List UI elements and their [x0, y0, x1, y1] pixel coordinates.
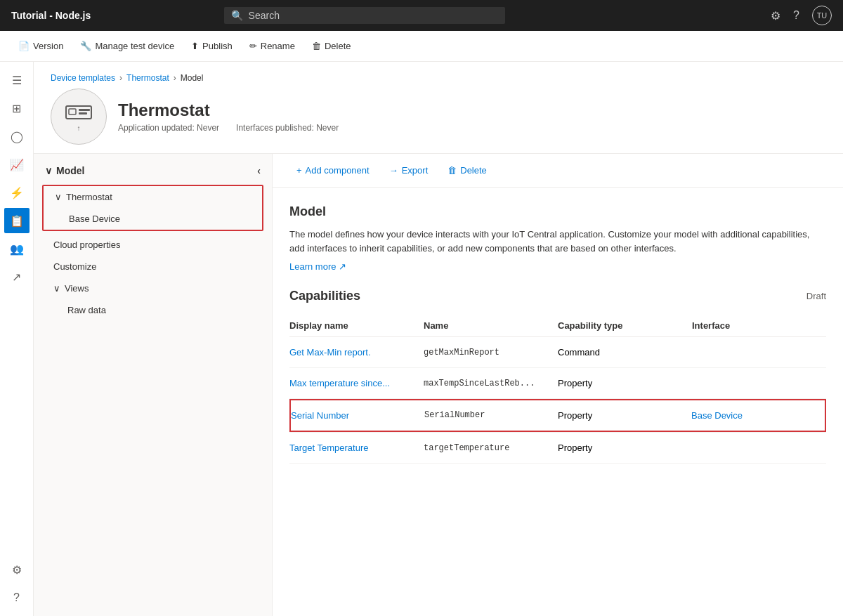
- svg-rect-2: [79, 109, 90, 111]
- thermostat-group: ∨ Thermostat Base Device: [42, 185, 263, 231]
- external-link-icon: ↗: [339, 261, 346, 272]
- raw-data-tree-item[interactable]: Raw data: [34, 299, 272, 321]
- capability-interface: [692, 433, 826, 464]
- table-row: Get Max-Min report.getMaxMinReportComman…: [289, 337, 826, 368]
- tree-model-header[interactable]: ∨ Model ‹: [34, 159, 272, 182]
- search-icon: 🔍: [231, 10, 243, 21]
- rename-icon: ✏: [249, 41, 257, 51]
- customize-tree-item[interactable]: Customize: [34, 256, 272, 277]
- chevron-down-icon-3: ∨: [53, 283, 60, 294]
- content-body: Model The model defines how your device …: [273, 188, 843, 480]
- collapse-icon[interactable]: ‹: [257, 165, 261, 176]
- learn-more-link[interactable]: Learn more ↗: [289, 261, 346, 272]
- commandbar: 📄 Version 🔧 Manage test device ⬆ Publish…: [0, 31, 843, 62]
- tree-sidebar: ∨ Model ‹ ∨ Thermostat Base Device: [34, 154, 273, 616]
- nav-devices[interactable]: ◯: [4, 124, 30, 149]
- app-title: Tutorial - Node.js: [11, 10, 91, 21]
- content-toolbar: + Add component → Export 🗑 Delete: [273, 154, 843, 188]
- nav-dashboard[interactable]: ⊞: [4, 96, 30, 121]
- model-section: Model The model defines how your device …: [289, 204, 826, 272]
- content-delete-icon: 🗑: [447, 165, 457, 176]
- nav-help[interactable]: ?: [4, 585, 30, 610]
- main-content: + Add component → Export 🗑 Delete: [273, 154, 843, 616]
- page-header: Device templates › Thermostat › Model ↑: [34, 62, 843, 154]
- capability-type: Property: [558, 433, 692, 464]
- svg-rect-1: [69, 109, 76, 114]
- add-component-button[interactable]: + Add component: [289, 161, 377, 180]
- tree-model-label: Model: [56, 165, 84, 176]
- table-row: Serial NumberSerialNumberPropertyBase De…: [289, 399, 826, 433]
- device-icon: ↑: [51, 89, 107, 145]
- capability-display-name[interactable]: Target Temperature: [289, 433, 424, 464]
- chevron-down-icon-2: ∨: [55, 192, 62, 202]
- nav-settings[interactable]: ⚙: [4, 557, 30, 582]
- capability-interface: [692, 368, 826, 399]
- table-row: Target TemperaturetargetTemperaturePrope…: [289, 433, 826, 464]
- nav-analytics[interactable]: 📈: [4, 152, 30, 177]
- device-meta: Application updated: Never Interfaces pu…: [118, 123, 339, 133]
- content-area: ∨ Model ‹ ∨ Thermostat Base Device: [34, 154, 843, 616]
- publish-button[interactable]: ⬆ Publish: [184, 37, 240, 55]
- tree-section-model: ∨ Model ‹ ∨ Thermostat Base Device: [34, 154, 272, 327]
- breadcrumb-device-templates[interactable]: Device templates: [51, 73, 115, 83]
- breadcrumb-model: Model: [181, 73, 204, 83]
- topbar: Tutorial - Node.js 🔍 Search ⚙ ? TU: [0, 0, 843, 31]
- version-button[interactable]: 📄 Version: [11, 37, 70, 55]
- search-bar[interactable]: 🔍 Search: [224, 7, 505, 24]
- rename-button[interactable]: ✏ Rename: [242, 37, 302, 55]
- chevron-down-icon: ∨: [45, 165, 52, 176]
- search-placeholder: Search: [249, 10, 280, 21]
- thermostat-tree-item[interactable]: ∨ Thermostat: [44, 186, 262, 208]
- capability-name: targetTemperature: [424, 433, 558, 464]
- capabilities-title: Capabilities: [289, 289, 360, 303]
- base-device-label: Base Device: [69, 214, 120, 224]
- page-header-content: ↑ Thermostat Application updated: Never …: [51, 89, 826, 153]
- publish-icon: ⬆: [191, 41, 199, 51]
- capability-name: maxTempSinceLastReb...: [424, 368, 558, 399]
- capability-display-name[interactable]: Get Max-Min report.: [289, 337, 424, 368]
- capability-display-name[interactable]: Max temperature since...: [289, 368, 424, 399]
- topbar-icons: ⚙ ? TU: [771, 6, 832, 25]
- nav-exports[interactable]: ↗: [4, 264, 30, 289]
- capability-name: getMaxMinReport: [424, 337, 558, 368]
- col-header-capability-type: Capability type: [558, 315, 692, 337]
- capabilities-table: Display name Name Capability type Interf…: [289, 315, 826, 464]
- app-updated: Application updated: Never: [118, 123, 219, 133]
- views-tree-item[interactable]: ∨ Views: [34, 277, 272, 299]
- capability-display-name[interactable]: Serial Number: [291, 410, 424, 421]
- capability-name: SerialNumber: [424, 410, 558, 421]
- cloud-properties-tree-item[interactable]: Cloud properties: [34, 234, 272, 256]
- help-icon[interactable]: ?: [793, 9, 799, 22]
- capability-interface: Base Device: [691, 410, 825, 421]
- col-header-name: Name: [424, 315, 558, 337]
- svg-rect-0: [66, 106, 91, 119]
- capability-interface: [692, 337, 826, 368]
- model-section-title: Model: [289, 204, 826, 219]
- nav-hamburger[interactable]: ☰: [4, 67, 30, 93]
- main-layout: ☰ ⊞ ◯ 📈 ⚡ 📋 👥 ↗ ⚙ ? Device templates › T…: [0, 62, 843, 616]
- thermostat-svg: [65, 102, 93, 123]
- capability-type: Command: [558, 337, 692, 368]
- capability-type: Property: [558, 368, 692, 399]
- nav-jobs[interactable]: 👥: [4, 236, 30, 261]
- device-info: Thermostat Application updated: Never In…: [118, 100, 339, 133]
- base-device-tree-item[interactable]: Base Device: [44, 208, 262, 230]
- user-avatar[interactable]: TU: [812, 6, 832, 25]
- delete-button[interactable]: 🗑 Delete: [305, 37, 358, 55]
- capability-type: Property: [558, 410, 691, 421]
- page-container: Device templates › Thermostat › Model ↑: [34, 62, 843, 616]
- breadcrumb-thermostat[interactable]: Thermostat: [126, 73, 169, 83]
- delete-icon: 🗑: [312, 41, 321, 51]
- content-delete-button[interactable]: 🗑 Delete: [440, 161, 494, 180]
- export-button[interactable]: → Export: [382, 161, 436, 180]
- nav-device-templates[interactable]: 📋: [4, 208, 30, 233]
- svg-rect-3: [79, 112, 87, 114]
- nav-rules[interactable]: ⚡: [4, 180, 30, 205]
- add-icon: +: [296, 165, 302, 176]
- page-title: Thermostat: [118, 100, 339, 120]
- interfaces-published: Interfaces published: Never: [236, 123, 339, 133]
- col-header-interface: Interface: [692, 315, 826, 337]
- settings-icon[interactable]: ⚙: [771, 9, 780, 22]
- manage-test-device-button[interactable]: 🔧 Manage test device: [73, 37, 181, 55]
- thermostat-label: Thermostat: [66, 192, 112, 202]
